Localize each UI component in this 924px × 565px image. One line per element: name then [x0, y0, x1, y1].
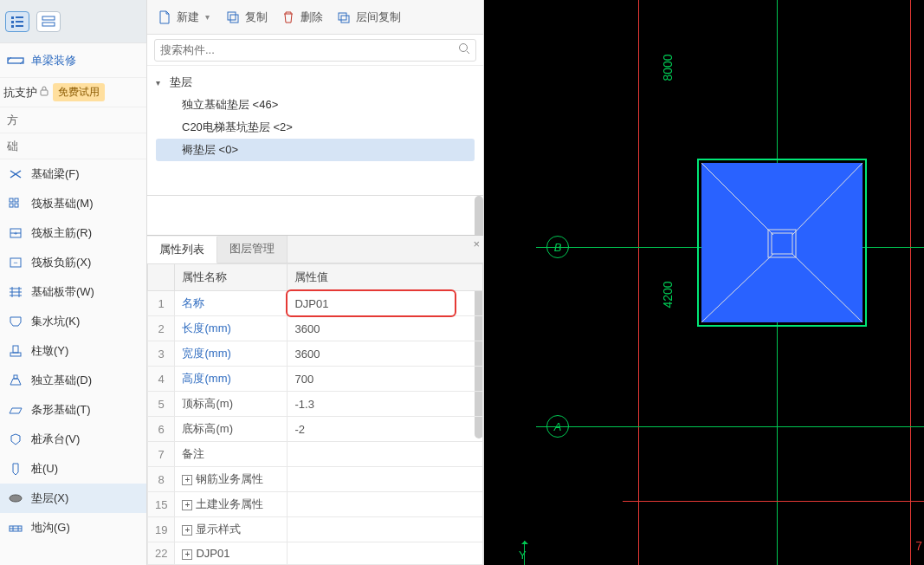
component-item-1[interactable]: C20电梯基坑垫层 <2> — [156, 116, 475, 139]
sidebar-item-label: 柱墩(Y) — [31, 343, 68, 359]
component-search[interactable] — [154, 39, 476, 62]
prop-row[interactable]: 6底标高(m)-2 — [148, 417, 483, 442]
svg-rect-36 — [228, 12, 236, 20]
expand-icon[interactable]: + — [182, 475, 192, 485]
prop-value-cell[interactable]: 700 — [288, 367, 483, 392]
sidebar-item-label: 条形基础(T) — [31, 402, 91, 418]
component-instance-tree: ▾ 垫层 独立基础垫层 <46>C20电梯基坑垫层 <2>褥垫层 <0> — [147, 66, 483, 196]
sidebar-item-8[interactable]: 条形基础(T) — [0, 395, 146, 425]
sidebar-item-label: 基础板带(W) — [31, 284, 94, 300]
left-sidebar: 单梁装修 抗支护 免费试用 方 础 基础梁(F)筏板基础(M)+筏板主筋(R)−… — [0, 0, 147, 565]
prop-value-cell[interactable] — [288, 517, 483, 542]
property-panel: × 属性列表 图层管理 属性名称 属性值 1名称DJP012长度(mm)3600… — [147, 235, 483, 565]
free-trial-tag[interactable]: 免费试用 — [53, 83, 105, 101]
prop-row[interactable]: 3宽度(mm)3600 — [148, 341, 483, 367]
new-file-icon — [158, 10, 173, 25]
sidebar-item-label: 筏板基础(M) — [31, 196, 94, 211]
tree-parent-dianceng[interactable]: ▾ 垫层 — [156, 71, 475, 94]
type-icon — [7, 432, 24, 447]
sidebar-item-label: 集水坑(K) — [31, 314, 80, 329]
prop-value-cell[interactable] — [288, 542, 483, 565]
sidebar-item-5[interactable]: 集水坑(K) — [0, 307, 146, 336]
type-icon: + — [7, 225, 24, 241]
svg-point-40 — [460, 44, 468, 52]
expand-icon[interactable]: + — [182, 500, 192, 510]
prop-value-cell[interactable]: -2 — [288, 417, 483, 442]
prop-value-cell[interactable] — [288, 492, 483, 517]
prop-value-cell[interactable]: -1.3 — [288, 392, 483, 417]
new-button[interactable]: 新建 ▾ — [152, 6, 217, 29]
sidebar-item-1[interactable]: 筏板基础(M) — [0, 189, 146, 218]
copy-button[interactable]: 复制 — [221, 6, 273, 29]
sidebar-item-7[interactable]: 独立基础(D) — [0, 366, 146, 395]
footing-element[interactable] — [697, 159, 867, 327]
sidebar-item-label: 筏板主筋(R) — [31, 225, 92, 241]
prop-row[interactable]: 2长度(mm)3600 — [148, 316, 483, 341]
svg-rect-37 — [230, 15, 238, 23]
sidebar-item-12[interactable]: 地沟(G) — [0, 513, 146, 542]
svg-rect-38 — [339, 13, 346, 20]
copy-icon — [226, 10, 242, 25]
expand-icon[interactable]: + — [182, 525, 192, 536]
tab-layers[interactable]: 图层管理 — [217, 236, 288, 263]
grid-line-red — [638, 0, 639, 565]
prop-row[interactable]: 5顶标高(m)-1.3 — [148, 392, 483, 417]
view-card-button[interactable] — [36, 11, 61, 32]
sidebar-item-3[interactable]: −筏板负筋(X) — [0, 248, 146, 277]
svg-rect-14 — [10, 198, 13, 202]
search-icon[interactable] — [458, 42, 470, 57]
prop-row[interactable]: 4高度(mm)700 — [148, 367, 483, 392]
search-input[interactable] — [160, 43, 458, 56]
sidebar-item-4[interactable]: 基础板带(W) — [0, 277, 146, 307]
prop-row[interactable]: 7备注 — [148, 442, 483, 467]
type-icon — [7, 343, 24, 359]
prop-row[interactable]: 19+显示样式 — [148, 517, 483, 542]
prop-row[interactable]: 15+土建业务属性 — [148, 492, 483, 517]
component-item-0[interactable]: 独立基础垫层 <46> — [156, 94, 475, 116]
footing-wireframe — [697, 159, 867, 327]
svg-rect-1 — [16, 16, 23, 18]
svg-line-42 — [701, 163, 773, 235]
svg-line-44 — [701, 254, 773, 322]
cad-viewport[interactable]: B A 8000 4200 Y 7 — [484, 0, 924, 565]
support-row[interactable]: 抗支护 免费试用 — [0, 78, 146, 107]
category-fang[interactable]: 方 — [0, 107, 146, 133]
svg-rect-29 — [10, 353, 21, 356]
view-list-button[interactable] — [5, 11, 29, 32]
dimension-8000: 8000 — [661, 54, 675, 81]
dimension-4200: 4200 — [661, 281, 675, 308]
prop-value-cell[interactable]: DJP01 — [288, 291, 483, 316]
prop-value-cell[interactable] — [288, 442, 483, 467]
type-icon — [7, 490, 24, 506]
svg-line-41 — [467, 51, 469, 54]
sidebar-item-2[interactable]: +筏板主筋(R) — [0, 218, 146, 248]
prop-row[interactable]: 22+DJP01 — [148, 542, 483, 565]
prop-value-cell[interactable]: 3600 — [288, 316, 483, 341]
sidebar-item-11[interactable]: 垫层(X) — [0, 484, 146, 513]
svg-rect-2 — [11, 21, 14, 23]
interlayer-copy-button[interactable]: 层间复制 — [332, 6, 406, 29]
sidebar-item-10[interactable]: 桩(U) — [0, 454, 146, 484]
svg-rect-5 — [16, 25, 23, 27]
sidebar-item-label: 桩(U) — [31, 461, 58, 477]
type-icon — [7, 166, 24, 182]
tab-properties[interactable]: 属性列表 — [147, 237, 217, 263]
axis-bubble-a: A — [546, 415, 569, 438]
sidebar-item-9[interactable]: 桩承台(V) — [0, 425, 146, 454]
delete-button[interactable]: 删除 — [276, 6, 328, 29]
prop-row[interactable]: 1名称DJP01 — [148, 291, 483, 316]
sidebar-item-0[interactable]: 基础梁(F) — [0, 159, 146, 189]
category-chu[interactable]: 础 — [0, 133, 146, 159]
prop-row[interactable]: 8+钢筋业务属性 — [148, 467, 483, 492]
svg-line-43 — [792, 163, 863, 235]
close-icon[interactable]: × — [473, 237, 480, 250]
component-item-2[interactable]: 褥垫层 <0> — [156, 139, 475, 161]
prop-value-cell[interactable]: 3600 — [288, 341, 483, 367]
expand-icon[interactable]: + — [182, 549, 192, 560]
sidebar-item-6[interactable]: 柱墩(Y) — [0, 336, 146, 366]
svg-rect-28 — [13, 346, 18, 353]
svg-rect-17 — [15, 204, 18, 207]
beam-decoration-item[interactable]: 单梁装修 — [0, 43, 146, 78]
grid-line-red-2 — [910, 0, 911, 565]
prop-value-cell[interactable] — [288, 467, 483, 492]
